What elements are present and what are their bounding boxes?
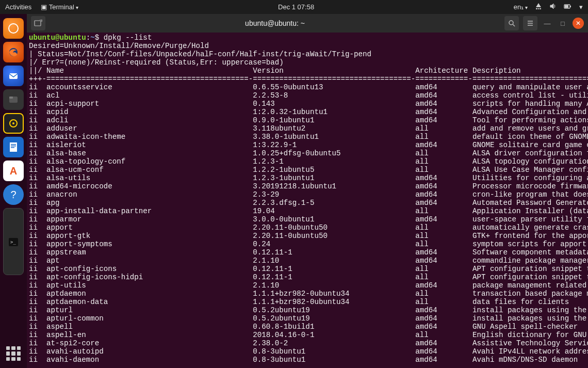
search-button[interactable] <box>504 16 519 30</box>
terminal-output[interactable]: ubuntu@ubuntu:~$ dpkg --list Desired=Unk… <box>27 33 588 368</box>
show-applications[interactable] <box>6 346 21 361</box>
volume-icon[interactable] <box>549 3 557 11</box>
maximize-button[interactable]: □ <box>557 18 568 29</box>
window-title: ubuntu@ubuntu: ~ <box>50 19 500 27</box>
terminal-icon: ▣ <box>41 3 48 11</box>
svg-rect-16 <box>35 21 41 26</box>
dock-software[interactable]: A <box>3 161 24 181</box>
dock-amazon[interactable] <box>3 18 24 39</box>
svg-rect-11 <box>11 144 16 145</box>
svg-line-18 <box>513 24 515 26</box>
network-icon[interactable] <box>535 3 542 11</box>
svg-rect-13 <box>11 147 14 148</box>
dock-firefox[interactable] <box>3 42 24 62</box>
dock-files[interactable] <box>3 89 24 110</box>
chevron-down-icon[interactable]: ▾ <box>579 3 583 11</box>
app-menu[interactable]: ▣ Terminal <box>41 3 78 11</box>
dock-thunderbird[interactable] <box>3 66 24 86</box>
dock-writer[interactable] <box>3 137 24 157</box>
svg-rect-1 <box>570 6 571 7</box>
gnome-topbar: Activities ▣ Terminal Dec 1 07:58 en₁ ▾ <box>0 0 588 14</box>
dock: A ? >_ <box>0 14 27 368</box>
titlebar: ubuntu@ubuntu: ~ — □ ✕ <box>27 14 588 33</box>
terminal-window: ubuntu@ubuntu: ~ — □ ✕ ubuntu@ubuntu:~$ … <box>27 14 588 368</box>
hamburger-menu[interactable] <box>523 16 537 30</box>
activities-button[interactable]: Activities <box>5 3 31 11</box>
minimize-button[interactable]: — <box>542 18 553 29</box>
svg-rect-2 <box>565 5 568 8</box>
svg-text:>_: >_ <box>10 239 16 245</box>
svg-rect-12 <box>11 146 16 147</box>
dock-rhythmbox[interactable] <box>3 113 24 134</box>
input-source[interactable]: en₁ <box>514 3 528 11</box>
new-tab-button[interactable] <box>31 16 45 30</box>
clock[interactable]: Dec 1 07:58 <box>78 3 513 11</box>
svg-point-9 <box>12 122 14 124</box>
svg-point-3 <box>9 24 18 33</box>
svg-rect-7 <box>9 97 13 99</box>
close-button[interactable]: ✕ <box>573 18 584 29</box>
dock-terminal[interactable]: >_ <box>3 208 24 275</box>
dock-help[interactable]: ? <box>3 184 24 205</box>
svg-rect-5 <box>9 73 18 79</box>
svg-point-17 <box>509 21 513 25</box>
battery-icon[interactable] <box>564 3 572 11</box>
